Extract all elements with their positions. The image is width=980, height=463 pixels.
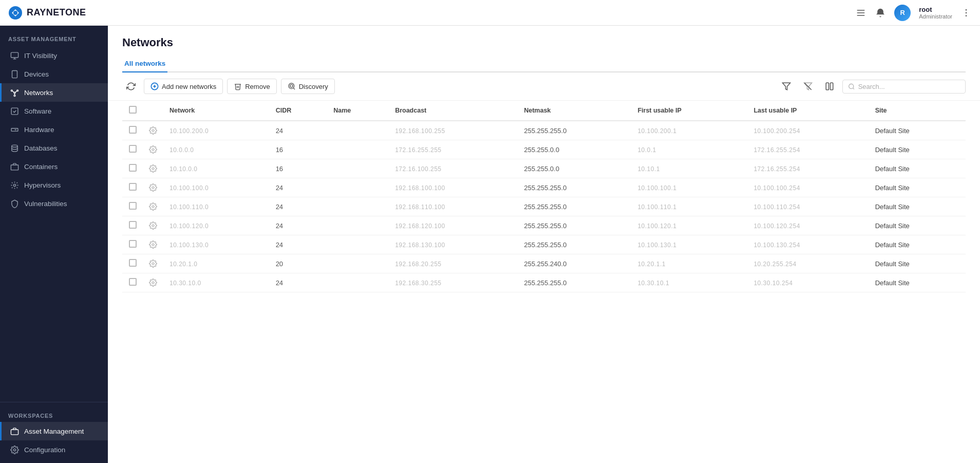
row-gear-icon[interactable] xyxy=(149,126,157,135)
sidebar-item-databases[interactable]: Databases xyxy=(0,139,108,157)
row-network: 10.100.120.0 xyxy=(163,216,270,235)
row-gear-icon[interactable] xyxy=(149,240,157,249)
sidebar-item-hardware[interactable]: Hardware xyxy=(0,120,108,139)
th-broadcast: Broadcast xyxy=(389,101,518,121)
notifications-icon[interactable] xyxy=(875,7,886,18)
row-broadcast: 192.168.30.255 xyxy=(389,273,518,292)
row-gear-icon[interactable] xyxy=(149,260,157,268)
row-checkbox[interactable] xyxy=(129,126,137,134)
tab-all-networks[interactable]: All networks xyxy=(122,55,167,72)
remove-icon xyxy=(234,82,242,90)
row-checkbox[interactable] xyxy=(129,221,137,229)
row-broadcast: 192.168.110.100 xyxy=(389,197,518,216)
row-gear-icon[interactable] xyxy=(149,183,157,192)
row-gear-cell xyxy=(143,216,163,235)
row-gear-icon[interactable] xyxy=(149,145,157,154)
svg-rect-36 xyxy=(826,83,828,90)
row-name xyxy=(327,159,389,178)
row-site: Default Site xyxy=(869,121,966,140)
list-view-icon[interactable] xyxy=(855,7,866,18)
svg-point-7 xyxy=(966,15,967,16)
row-gear-cell xyxy=(143,121,163,140)
sidebar-item-vulnerabilities[interactable]: Vulnerabilities xyxy=(0,194,108,213)
networks-table: Network CIDR Name Broadcast Netmask Firs… xyxy=(122,101,966,292)
user-info: root Administrator xyxy=(919,6,952,20)
row-checkbox[interactable] xyxy=(129,183,137,191)
row-checkbox[interactable] xyxy=(129,278,137,286)
row-first-ip: 10.100.120.1 xyxy=(631,216,747,235)
th-cidr: CIDR xyxy=(270,101,328,121)
row-checkbox[interactable] xyxy=(129,202,137,210)
sidebar-item-label: Asset Management xyxy=(24,428,84,435)
select-all-checkbox[interactable] xyxy=(129,106,137,114)
svg-point-14 xyxy=(14,95,15,96)
row-gear-icon[interactable] xyxy=(149,221,157,230)
user-name: root xyxy=(919,6,952,13)
row-last-ip: 10.100.120.254 xyxy=(747,216,869,235)
svg-point-47 xyxy=(152,263,154,265)
sidebar-item-configuration[interactable]: Configuration xyxy=(0,440,108,459)
th-site: Site xyxy=(869,101,966,121)
app-logo-icon xyxy=(8,6,23,20)
th-checkbox xyxy=(122,101,143,121)
row-checkbox-cell xyxy=(122,254,143,273)
table-row: 10.100.120.0 24 192.168.120.100 255.255.… xyxy=(122,216,966,235)
svg-line-16 xyxy=(15,90,16,92)
table-row: 10.100.130.0 24 192.168.130.100 255.255.… xyxy=(122,235,966,254)
row-cidr: 16 xyxy=(270,159,328,178)
row-checkbox[interactable] xyxy=(129,164,137,172)
row-network: 10.100.100.0 xyxy=(163,178,270,197)
row-netmask: 255.255.255.0 xyxy=(518,197,631,216)
svg-point-42 xyxy=(152,168,154,170)
search-icon xyxy=(848,83,855,90)
sidebar-item-hypervisors[interactable]: Hypervisors xyxy=(0,176,108,194)
row-cidr: 24 xyxy=(270,235,328,254)
filter-icon xyxy=(782,82,791,91)
row-first-ip: 10.30.10.1 xyxy=(631,273,747,292)
more-options-icon[interactable] xyxy=(960,7,972,18)
filter-button[interactable] xyxy=(778,79,795,94)
row-gear-icon[interactable] xyxy=(149,164,157,173)
sidebar-item-networks[interactable]: Networks xyxy=(0,83,108,102)
sidebar-item-containers[interactable]: Containers xyxy=(0,157,108,176)
row-netmask: 255.255.0.0 xyxy=(518,159,631,178)
table-row: 10.20.1.0 20 192.168.20.255 255.255.240.… xyxy=(122,254,966,273)
avatar[interactable]: R xyxy=(894,5,911,21)
header-right: R root Administrator xyxy=(855,5,972,21)
row-checkbox[interactable] xyxy=(129,145,137,153)
columns-button[interactable] xyxy=(821,79,838,94)
row-gear-icon[interactable] xyxy=(149,202,157,211)
svg-rect-25 xyxy=(11,429,18,434)
row-site: Default Site xyxy=(869,178,966,197)
svg-line-15 xyxy=(12,90,14,92)
row-checkbox-cell xyxy=(122,235,143,254)
row-last-ip: 10.30.10.254 xyxy=(747,273,869,292)
add-networks-button[interactable]: Add new networks xyxy=(144,79,223,94)
svg-point-13 xyxy=(16,89,18,91)
search-box[interactable] xyxy=(842,80,966,94)
svg-point-41 xyxy=(152,149,154,151)
row-gear-icon[interactable] xyxy=(149,279,157,287)
sidebar-item-software[interactable]: Software xyxy=(0,102,108,120)
table-header-row: Network CIDR Name Broadcast Netmask Firs… xyxy=(122,101,966,121)
sidebar-item-asset-management[interactable]: Asset Management xyxy=(0,422,108,440)
refresh-icon xyxy=(126,82,136,91)
row-first-ip: 10.0.1 xyxy=(631,140,747,159)
svg-point-12 xyxy=(11,89,12,91)
remove-button[interactable]: Remove xyxy=(227,79,276,94)
search-input[interactable] xyxy=(858,83,960,90)
row-netmask: 255.255.240.0 xyxy=(518,254,631,273)
row-first-ip: 10.10.1 xyxy=(631,159,747,178)
svg-point-44 xyxy=(152,206,154,208)
sidebar-item-devices[interactable]: Devices xyxy=(0,65,108,83)
sidebar-item-label: Devices xyxy=(24,70,49,78)
refresh-button[interactable] xyxy=(122,79,140,94)
row-network: 10.0.0.0 xyxy=(163,140,270,159)
row-first-ip: 10.20.1.1 xyxy=(631,254,747,273)
row-checkbox[interactable] xyxy=(129,259,137,267)
row-checkbox[interactable] xyxy=(129,240,137,248)
sidebar-item-it-visibility[interactable]: IT Visibility xyxy=(0,46,108,65)
filter-clear-button[interactable] xyxy=(799,79,817,94)
row-netmask: 255.255.255.0 xyxy=(518,216,631,235)
discovery-button[interactable]: Discovery xyxy=(281,79,335,94)
